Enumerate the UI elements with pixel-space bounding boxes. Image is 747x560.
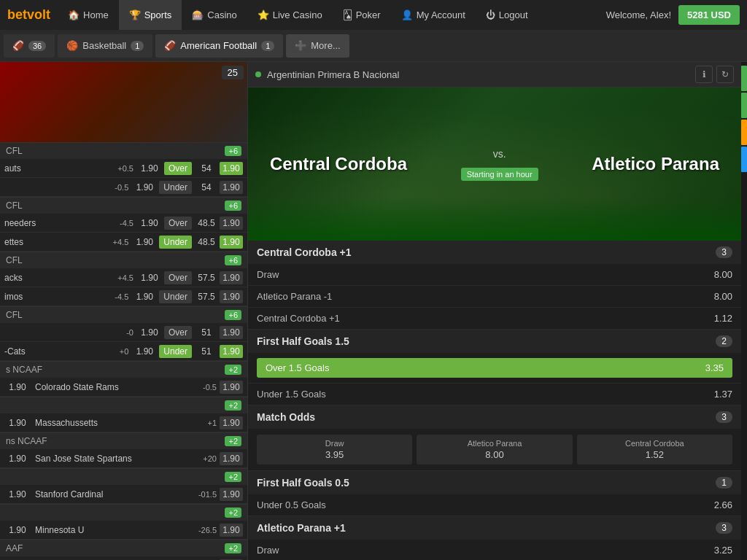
green-indicator bbox=[741, 66, 747, 91]
option-odds: 8.00 bbox=[696, 291, 732, 302]
nav-sports[interactable]: 🏆 Sports bbox=[119, 0, 182, 30]
team-name: Minnesota U bbox=[35, 525, 190, 535]
team-name: Massachussetts bbox=[35, 418, 190, 428]
team-name: Stanford Cardinal bbox=[35, 489, 190, 499]
league-header-ncaaf2: +2 bbox=[0, 397, 247, 413]
table-row: acks +4.5 1.90 Over 57.5 1.90 bbox=[0, 268, 247, 287]
left-panel: 25 CFL +6 auts +0.5 1.90 Over 54 1.90 -0… bbox=[0, 62, 248, 560]
odds-button[interactable]: 1.90 bbox=[220, 488, 243, 501]
team-name: ettes bbox=[4, 237, 102, 247]
league-header-cfl2: CFL +6 bbox=[0, 197, 247, 214]
match-banner: Central Cordoba vs. Starting in an hour … bbox=[248, 88, 741, 241]
away-label: Atletico Parana bbox=[468, 439, 522, 448]
bet-section-header: Match Odds 3 bbox=[248, 405, 741, 429]
main-content: 25 CFL +6 auts +0.5 1.90 Over 54 1.90 -0… bbox=[0, 62, 747, 560]
odds-button[interactable]: 1.90 bbox=[220, 236, 243, 249]
over-button[interactable]: Over bbox=[164, 217, 192, 230]
table-row: imos -4.5 1.90 Under 57.5 1.90 bbox=[0, 287, 247, 306]
sport-tabs: 🏈 36 🏀 Basketball 1 🏈 American Football … bbox=[0, 30, 747, 62]
league-badge-ncaaf2[interactable]: +2 bbox=[225, 400, 241, 411]
home-label: Central Cordoba bbox=[625, 439, 684, 448]
main-nav: 🏠 Home 🏆 Sports 🎰 Casino ⭐ Live Casino 🂡… bbox=[58, 0, 538, 30]
odds-button[interactable]: 1.90 bbox=[220, 162, 243, 175]
league-badge-stanford[interactable]: +2 bbox=[225, 472, 241, 482]
odds-button[interactable]: 1.90 bbox=[220, 271, 243, 284]
league-badge-ncaaf1[interactable]: +2 bbox=[225, 365, 241, 375]
over-goals-button[interactable]: Over 1.5 Goals 3.35 bbox=[257, 358, 732, 378]
bet-section-central-cordoba: Central Cordoba +1 3 Draw 8.00 Atletico … bbox=[248, 241, 741, 330]
away-odds: 8.00 bbox=[485, 449, 503, 460]
refresh-button[interactable]: ↻ bbox=[716, 66, 734, 83]
league-header-ncaaf1: s NCAAF +2 bbox=[0, 361, 247, 378]
option-name: Atletico Parana -1 bbox=[257, 291, 696, 302]
tab-basketball[interactable]: 🏀 Basketball 1 bbox=[58, 34, 152, 58]
league-badge-nsncaaf[interactable]: +2 bbox=[225, 436, 241, 446]
odds-button[interactable]: 1.90 bbox=[220, 381, 243, 394]
home-odds: 1.52 bbox=[646, 449, 664, 460]
bet-option-row: Central Cordoba +1 1.12 bbox=[248, 308, 741, 329]
nav-logout[interactable]: ⏻ Logout bbox=[476, 0, 538, 30]
odds-button[interactable]: 1.90 bbox=[220, 217, 243, 230]
league-badge-aaf[interactable]: +2 bbox=[225, 543, 241, 553]
tab-more[interactable]: ➕ More... bbox=[286, 34, 349, 58]
basketball-icon: 🏀 bbox=[66, 40, 78, 51]
odds-button[interactable]: 1.90 bbox=[220, 452, 243, 465]
away-button[interactable]: Atletico Parana 8.00 bbox=[417, 435, 572, 464]
bet-option-row: Under 0.5 Goals 2.66 bbox=[248, 494, 741, 516]
section-count: 3 bbox=[716, 246, 732, 258]
tab-football-label: American Football bbox=[180, 40, 257, 51]
odds-button[interactable]: 1.90 bbox=[220, 181, 243, 194]
league-badge-cfl2[interactable]: +6 bbox=[225, 201, 241, 211]
league-badge-cfl1[interactable]: +6 bbox=[225, 146, 241, 156]
home-team: Central Cordoba bbox=[270, 154, 407, 174]
league-header-cfl4: CFL +6 bbox=[0, 306, 247, 323]
section-count: 2 bbox=[716, 335, 732, 347]
nav-my-account[interactable]: 👤 My Account bbox=[391, 0, 476, 30]
under-button[interactable]: Under bbox=[159, 345, 192, 358]
balance-button[interactable]: 5281 USD bbox=[678, 5, 740, 25]
odds-button[interactable]: 1.90 bbox=[220, 524, 243, 537]
odds-button[interactable]: 1.90 bbox=[220, 326, 243, 339]
section-title: Atletico Parana +1 bbox=[257, 522, 346, 534]
tab-american-football[interactable]: 🏈 American Football 1 bbox=[155, 34, 283, 58]
team-name: acks bbox=[4, 273, 107, 283]
option-odds: 3.25 bbox=[696, 545, 732, 556]
all-icon: 🏈 bbox=[12, 40, 24, 51]
section-title: First Half Goals 0.5 bbox=[257, 477, 349, 489]
info-button[interactable]: ℹ bbox=[695, 66, 713, 83]
league-name: Argentinian Primera B Nacional bbox=[267, 69, 399, 80]
logo: betvolt bbox=[7, 7, 50, 23]
odds-button[interactable]: 1.90 bbox=[220, 345, 243, 358]
bet-option-row: Atletico Parana -1 8.00 bbox=[248, 286, 741, 308]
table-row: ettes +4.5 1.90 Under 48.5 1.90 bbox=[0, 233, 247, 252]
blue-indicator bbox=[741, 147, 747, 172]
sport-count: 25 bbox=[222, 66, 244, 79]
user-info: Welcome, Alex! 5281 USD bbox=[606, 5, 740, 25]
nav-casino[interactable]: 🎰 Casino bbox=[182, 0, 247, 30]
league-badge-cfl3[interactable]: +6 bbox=[225, 255, 241, 265]
bet-section-match-odds: Match Odds 3 Draw 3.95 Atletico Parana 8… bbox=[248, 405, 741, 471]
draw-button[interactable]: Draw 3.95 bbox=[257, 435, 412, 464]
league-badge-minnesota[interactable]: +2 bbox=[225, 508, 241, 518]
table-row: 1.90 Colorado State Rams -0.5 1.90 bbox=[0, 378, 247, 397]
bet-option-row[interactable]: Over 1.5 Goals 3.35 bbox=[248, 353, 741, 384]
nav-live-casino[interactable]: ⭐ Live Casino bbox=[247, 0, 333, 30]
under-button[interactable]: Under bbox=[159, 236, 192, 249]
over-button[interactable]: Over bbox=[164, 326, 192, 339]
nav-home[interactable]: 🏠 Home bbox=[58, 0, 119, 30]
option-name: Under 0.5 Goals bbox=[257, 499, 696, 510]
bet-section-header: First Half Goals 1.5 2 bbox=[248, 330, 741, 353]
under-button[interactable]: Under bbox=[159, 181, 192, 194]
table-row: -Cats +0 1.90 Under 51 1.90 bbox=[0, 342, 247, 361]
table-row: needers -4.5 1.90 Over 48.5 1.90 bbox=[0, 214, 247, 233]
tab-all[interactable]: 🏈 36 bbox=[4, 34, 55, 58]
nav-poker[interactable]: 🂡 Poker bbox=[333, 0, 391, 30]
league-badge-cfl4[interactable]: +6 bbox=[225, 310, 241, 320]
odds-button[interactable]: 1.90 bbox=[220, 290, 243, 303]
draw-label: Draw bbox=[325, 439, 344, 448]
under-button[interactable]: Under bbox=[159, 290, 192, 303]
over-button[interactable]: Over bbox=[164, 162, 192, 175]
home-button[interactable]: Central Cordoba 1.52 bbox=[577, 435, 732, 464]
odds-button[interactable]: 1.90 bbox=[220, 416, 243, 429]
over-button[interactable]: Over bbox=[164, 271, 192, 284]
